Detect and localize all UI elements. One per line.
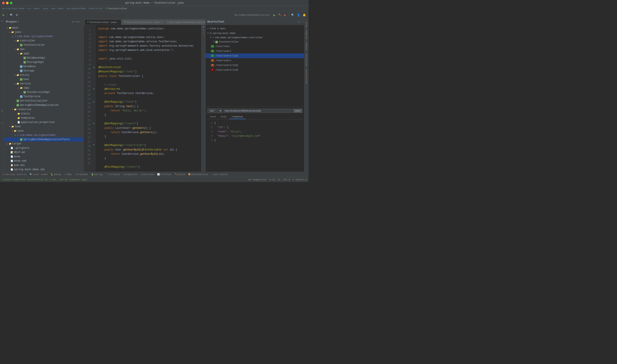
tree-item-database[interactable]: I DataBase <box>4 64 83 69</box>
project-settings-icon[interactable]: ⚙ <box>78 21 80 23</box>
tree-item-testcontroller[interactable]: C TestController <box>4 43 83 47</box>
bottom-btn-problems[interactable]: ⚠ Problems <box>73 173 89 176</box>
http-method-select[interactable]: GET POST PUT DELETE <box>207 108 223 113</box>
api-item-get-test[interactable]: G /test/test <box>206 44 304 49</box>
build-button[interactable]: 🔨 <box>277 13 282 17</box>
notifications-strip-label[interactable]: Notifications <box>305 68 308 85</box>
tree-item-pkg[interactable]: ▼ ⬡ com.demo.springbootdemo <box>4 34 83 39</box>
project-layout-icon[interactable]: ⊞ <box>72 21 73 23</box>
tree-item-storageimpl[interactable]: C StorageImpl <box>4 60 83 64</box>
tree-item-helpmd[interactable]: 📝 HELP.md <box>4 150 83 155</box>
tree-item-testpkg[interactable]: ▼ ⬡ com.demo.springbootdemo <box>4 133 83 137</box>
http-tab-response[interactable]: response <box>229 115 246 119</box>
bottom-btn-build[interactable]: 🔨 Build <box>173 173 186 176</box>
tree-item-user[interactable]: C User <box>4 77 83 81</box>
restfultool-minimize-icon[interactable]: — <box>301 21 302 23</box>
line-col[interactable]: 6:23 <box>269 178 275 181</box>
toolbar-search-button[interactable]: 🔍 <box>9 13 14 17</box>
tree-item-java-test[interactable]: ▼ 📂 java <box>4 129 83 133</box>
bottom-btn-run[interactable]: ▶ Run <box>40 173 49 176</box>
tree-item-resources[interactable]: ▼ 📁 resources <box>4 107 83 112</box>
bottom-btn-terminal[interactable]: ⬛ Terminal <box>104 173 121 176</box>
bottom-btn-debug[interactable]: 🐛 Debug <box>49 173 62 176</box>
database-strip-label[interactable]: Database <box>305 29 308 40</box>
api-item-get-users[interactable]: G /test/users <box>206 49 304 53</box>
bottom-btn-profiler[interactable]: 📊 Profiler <box>156 173 173 176</box>
project-dropdown-icon[interactable]: ▼ <box>18 21 19 23</box>
run-app-button[interactable]: ▶ <box>272 13 276 17</box>
codegeex-strip-label[interactable]: CodeGeex <box>305 41 308 52</box>
bottom-btn-spring[interactable]: 🍃 Spring <box>90 173 104 176</box>
tree-item-databaseimpl[interactable]: C DataBaseImpl <box>4 56 83 60</box>
tree-item-appproperties[interactable]: 📄 application.properties <box>4 120 83 125</box>
tree-item-springbootdemoapplication[interactable]: C SpringBootDemoApplication <box>4 103 83 107</box>
maximize-button[interactable] <box>10 2 13 4</box>
bottom-btn-todo[interactable]: ☑ TODO <box>63 173 73 176</box>
toolbar-notifications-button[interactable]: 🔔 <box>302 13 307 17</box>
project-collapse-icon[interactable]: ≡ <box>74 21 75 23</box>
line-sep[interactable]: LF <box>277 178 280 181</box>
toolbar-profile-button[interactable]: 👤 <box>296 13 301 17</box>
tree-item-storage[interactable]: I Storage <box>4 69 83 73</box>
tree-item-static[interactable]: 📁 static <box>4 112 83 116</box>
breadcrumb-main[interactable]: main <box>34 7 40 10</box>
breadcrumb-src[interactable]: src <box>27 7 31 10</box>
editor-tool-2[interactable]: ≡ <box>203 29 204 32</box>
breadcrumb-springbootdemo[interactable]: springbootdemo <box>66 7 86 10</box>
bottom-btn-dependencies[interactable]: 📦 Dependencies <box>187 173 210 176</box>
tree-item-testserviceimpl[interactable]: C TestServiceImpl <box>4 90 83 94</box>
tree-item-testservice[interactable]: I TestService <box>4 94 83 99</box>
gutter-line-28[interactable]: ▶ <box>92 143 96 147</box>
project-options-icon[interactable]: ⚙ <box>76 21 78 23</box>
send-button[interactable]: send <box>293 109 302 113</box>
tree-item-service[interactable]: ▼ 📁 service <box>4 81 83 86</box>
breadcrumb-demo[interactable]: demo <box>58 7 63 10</box>
project-strip-icon[interactable]: P <box>0 20 4 23</box>
encoding[interactable]: UTF-8 <box>283 178 290 181</box>
tab-close-icon[interactable]: ✕ <box>160 21 161 24</box>
tree-item-target[interactable]: ▶ 📁 target <box>4 142 83 146</box>
bookmarks-strip-icon[interactable]: B <box>0 109 4 113</box>
toolbar-settings-button[interactable]: ⚙ <box>15 13 19 17</box>
toolbar-run-button[interactable]: ▶ <box>2 13 5 17</box>
tree-item-test[interactable]: ▼ 📁 test <box>4 125 83 129</box>
api-item-put-users-id[interactable]: P /test/users/{id} <box>206 63 304 68</box>
structure-strip-icon[interactable]: S <box>0 122 4 125</box>
code-editor[interactable]: package com.demo.springbootdemo.controll… <box>96 25 201 172</box>
tree-item-mvnw[interactable]: 📄 mvnw <box>4 155 83 159</box>
http-tab-body[interactable]: body <box>218 115 229 119</box>
restfultool-settings-icon[interactable]: ⚙ <box>298 21 300 23</box>
api-item-post-users[interactable]: P /test/users <box>206 58 304 63</box>
tab-testcontroller[interactable]: C TestController.java ✕ <box>85 20 121 25</box>
breadcrumb-project[interactable]: spring-boot-demo <box>2 7 25 10</box>
tree-item-springbootdemoapplicationtests[interactable]: C SpringBootDemoApplicationTests <box>4 137 83 142</box>
tree-item-mvnwcmd[interactable]: 📄 mvnw.cmd <box>4 159 83 163</box>
no-suggestion[interactable]: No Suggestion <box>248 178 267 181</box>
minimize-button[interactable] <box>6 2 9 4</box>
bottom-btn-find[interactable]: 🔍 Find <box>28 173 40 176</box>
tree-item-dao[interactable]: ▼ 📁 dao <box>4 47 83 52</box>
maven-strip-label[interactable]: Maven <box>305 21 308 28</box>
tree-item-entity[interactable]: ▼ 📁 entity <box>4 73 83 77</box>
api-tree-controller[interactable]: ▼ C TestController <box>206 40 304 44</box>
stop-button[interactable]: ■ <box>283 13 287 17</box>
gutter-line-18[interactable]: ▶ <box>92 100 96 104</box>
tree-item-servletinitializer[interactable]: C ServletInitializer <box>4 99 83 103</box>
close-button[interactable] <box>2 2 5 4</box>
editor-tool-3[interactable]: ⬛ <box>202 32 205 35</box>
tab-springbootdemoapplication[interactable]: C SpringBootDemoApplication.java ✕ <box>165 20 205 25</box>
api-item-delete-users-id[interactable]: D /test/users/{id} <box>206 68 304 72</box>
tree-item-gitignore[interactable]: 📄 .gitignore <box>4 146 83 150</box>
bottom-btn-autobuild[interactable]: ⚡ Auto-build <box>210 173 229 176</box>
breadcrumb-controller[interactable]: controller <box>89 7 103 10</box>
tree-item-templates[interactable]: 📁 templates <box>4 116 83 120</box>
api-tree-package[interactable]: ▼ ⬡ com.demo.springbootdemo.controller <box>206 35 304 40</box>
indent[interactable]: 4 spaces:2 <box>293 178 307 181</box>
tree-item-main[interactable]: ▼ 📁 main <box>4 26 83 30</box>
gutter-line-10[interactable]: ▶ <box>92 65 96 70</box>
gutter-line-15[interactable]: ▶ <box>92 87 96 91</box>
breadcrumb-com[interactable]: com <box>51 7 55 10</box>
tree-item-pomxml[interactable]: 📋 pom.xml <box>4 163 83 167</box>
breadcrumb-java[interactable]: java <box>42 7 48 10</box>
api-refresh-icon[interactable]: ↻ <box>207 27 209 30</box>
